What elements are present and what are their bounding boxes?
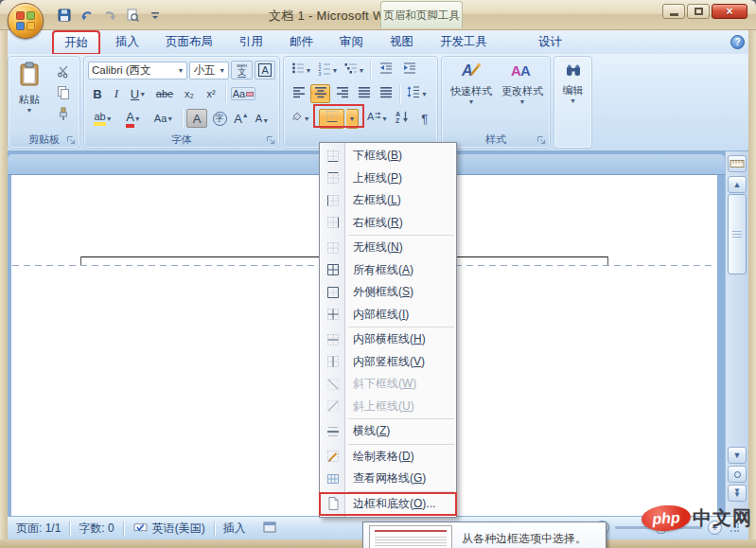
- chevron-down-icon: ▼: [570, 97, 576, 104]
- borders-dropdown-arrow[interactable]: ▼: [346, 109, 359, 129]
- help-icon[interactable]: ?: [730, 35, 745, 49]
- tab-引用[interactable]: 引用: [229, 31, 273, 54]
- bold-button[interactable]: B: [89, 87, 106, 101]
- close-button[interactable]: ×: [712, 4, 747, 19]
- tab-设计[interactable]: 设计: [528, 31, 572, 54]
- office-button[interactable]: [8, 3, 44, 39]
- menu-item-L[interactable]: 左框线(L): [320, 189, 456, 212]
- menu-item-O[interactable]: 边框和底纹(O)...: [320, 493, 456, 516]
- shading-bucket-icon: [289, 109, 304, 128]
- spellcheck-status[interactable]: 英语(美国): [124, 521, 214, 537]
- menu-item-S[interactable]: 外侧框线(S): [320, 281, 456, 304]
- menu-item-label: 上框线(P): [353, 170, 402, 186]
- underline-button[interactable]: U ▼: [127, 87, 149, 101]
- numbering-button[interactable]: 123▼: [315, 61, 340, 80]
- menu-item-label: 内部竖框线(V): [353, 354, 425, 370]
- shading-button[interactable]: ▼: [287, 109, 311, 129]
- menu-item-Z[interactable]: 横线(Z): [320, 420, 456, 443]
- clear-formatting-button[interactable]: Aa: [231, 87, 255, 100]
- menu-item-G[interactable]: 查看网格线(G): [320, 468, 456, 490]
- font-size-combo[interactable]: 小五 ▼: [189, 62, 229, 80]
- align-center-button[interactable]: [310, 84, 330, 103]
- scroll-up-button[interactable]: ▲: [728, 176, 747, 193]
- distribute-button[interactable]: [376, 84, 396, 103]
- align-left-button[interactable]: [289, 84, 308, 103]
- tab-开始[interactable]: 开始: [53, 31, 99, 54]
- enclose-characters-button[interactable]: 字: [209, 109, 230, 128]
- line-spacing-button[interactable]: ▼: [404, 84, 430, 103]
- justify-button[interactable]: [354, 84, 374, 103]
- tab-视图[interactable]: 视图: [379, 31, 424, 54]
- styles-dialog-launcher-icon[interactable]: [536, 133, 548, 146]
- minimize-button[interactable]: [662, 4, 685, 19]
- next-page-button[interactable]: ▼▼: [728, 485, 747, 502]
- font-name-combo[interactable]: Calibri (西文 ▼: [88, 62, 187, 80]
- insert-mode-indicator[interactable]: 插入: [215, 521, 255, 537]
- macro-record-button[interactable]: [255, 521, 286, 537]
- borders-button[interactable]: [319, 109, 344, 129]
- undo-icon[interactable]: [78, 6, 97, 24]
- tooltip-text: 从各种边框选项中选择。: [462, 531, 587, 547]
- maximize-button[interactable]: [687, 4, 710, 19]
- page-indicator[interactable]: 页面: 1/1: [8, 521, 69, 537]
- paste-button[interactable]: 粘贴 ▼: [11, 61, 47, 131]
- show-hide-marks-button[interactable]: ¶: [414, 109, 434, 129]
- scrollbar-thumb[interactable]: [728, 194, 747, 274]
- cut-button[interactable]: [52, 62, 75, 80]
- character-shading-button[interactable]: A: [186, 109, 207, 128]
- superscript-button[interactable]: x²: [202, 88, 220, 99]
- select-browse-object-button[interactable]: [728, 466, 747, 483]
- menu-item-label: 内部横框线(H): [353, 331, 426, 347]
- redo-icon[interactable]: [100, 6, 119, 24]
- phonetic-guide-button[interactable]: wén 文: [231, 61, 253, 80]
- multilevel-list-button[interactable]: ▼: [342, 61, 366, 80]
- copy-button[interactable]: [52, 83, 75, 102]
- print-preview-icon[interactable]: [123, 6, 142, 24]
- asian-layout-button[interactable]: A▼: [364, 109, 389, 129]
- word-count[interactable]: 字数: 0: [70, 521, 122, 537]
- subscript-button[interactable]: x₂: [180, 88, 199, 99]
- align-right-button[interactable]: [332, 84, 352, 103]
- tab-插入[interactable]: 插入: [105, 31, 149, 54]
- font-dialog-launcher-icon[interactable]: [265, 133, 277, 146]
- decrease-indent-button[interactable]: [375, 61, 396, 80]
- tab-审阅[interactable]: 审阅: [329, 31, 374, 54]
- clipboard-dialog-launcher-icon[interactable]: [65, 133, 78, 146]
- tab-页面布局[interactable]: 页面布局: [155, 31, 223, 54]
- sort-button[interactable]: AZ: [392, 109, 413, 129]
- borders-shading-icon: [320, 496, 345, 511]
- chevron-down-icon: ▼: [468, 98, 475, 105]
- scroll-down-button[interactable]: ▼: [728, 447, 747, 464]
- editing-button[interactable]: 编辑 ▼: [556, 62, 589, 129]
- menu-item-D[interactable]: 绘制表格(D): [320, 446, 456, 468]
- svg-text:Z: Z: [396, 117, 400, 124]
- save-icon[interactable]: [55, 6, 74, 24]
- character-border-button[interactable]: A: [255, 61, 275, 80]
- tab-邮件[interactable]: 邮件: [279, 31, 324, 54]
- grow-font-button[interactable]: A▲: [232, 112, 251, 126]
- shrink-font-button[interactable]: A▼: [253, 113, 272, 124]
- change-styles-button[interactable]: AA 更改样式 ▼: [498, 62, 547, 130]
- hline-icon: [320, 424, 345, 439]
- tab-开发工具[interactable]: 开发工具: [430, 31, 498, 54]
- menu-item-A[interactable]: 所有框线(A): [320, 259, 456, 282]
- menu-item-V[interactable]: 内部竖框线(V): [320, 351, 456, 374]
- menu-item-H[interactable]: 内部横框线(H): [320, 328, 456, 351]
- quick-styles-button[interactable]: A 快速样式 ▼: [447, 62, 496, 130]
- change-case-button[interactable]: Aa ▼: [149, 113, 178, 124]
- menu-item-I[interactable]: 内部框线(I): [320, 304, 456, 327]
- increase-indent-button[interactable]: [398, 61, 420, 80]
- menu-item-B[interactable]: 下框线(B): [320, 145, 456, 168]
- bullets-button[interactable]: ▼: [289, 61, 313, 80]
- menu-item-P[interactable]: 上框线(P): [320, 168, 456, 190]
- font-color-button[interactable]: A ▼: [119, 110, 148, 128]
- strikethrough-button[interactable]: abe: [152, 88, 177, 99]
- format-painter-button[interactable]: [52, 105, 75, 124]
- italic-button[interactable]: I: [109, 86, 124, 101]
- menu-item-N[interactable]: 无框线(N): [320, 237, 456, 259]
- menu-item-R[interactable]: 右框线(R): [320, 212, 456, 235]
- qat-more-icon[interactable]: [146, 6, 165, 24]
- highlight-color-button[interactable]: ab ▼: [89, 111, 117, 126]
- vertical-scrollbar[interactable]: ▲ ▼ ▼▼: [725, 151, 748, 516]
- ruler-toggle-button[interactable]: [728, 155, 747, 172]
